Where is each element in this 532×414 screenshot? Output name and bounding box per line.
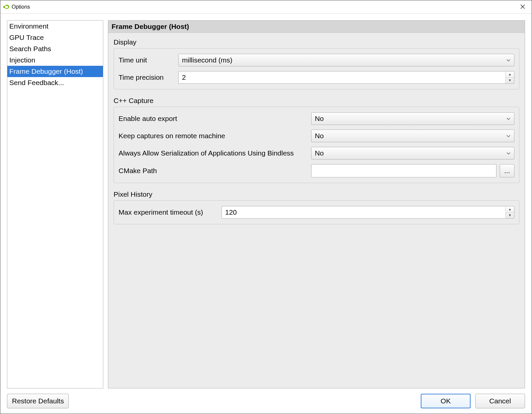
combo-time-unit-value: millisecond (ms) [182, 56, 503, 64]
group-display-box: Time unit millisecond (ms) Time precisio… [114, 48, 519, 89]
group-display: Display Time unit millisecond (ms) [114, 38, 519, 89]
content-area: Environment GPU Trace Search Paths Injec… [0, 14, 532, 414]
panel-body: Display Time unit millisecond (ms) [108, 33, 525, 224]
row-time-unit: Time unit millisecond (ms) [119, 54, 514, 66]
spin-time-precision-value: 2 [179, 71, 505, 83]
spin-timeout-btns: ▲ ▼ [505, 206, 514, 218]
label-bindless: Always Allow Serialization of Applicatio… [119, 149, 308, 157]
sidebar-item-gpu-trace[interactable]: GPU Trace [7, 32, 103, 43]
window-title: Options [12, 4, 30, 10]
label-auto-export: Enable auto export [119, 115, 308, 123]
spin-up-button[interactable]: ▲ [506, 71, 514, 77]
ok-button[interactable]: OK [421, 394, 471, 408]
right-buttons: OK Cancel [421, 394, 525, 408]
panel-title: Frame Debugger (Host) [108, 21, 525, 33]
sidebar: Environment GPU Trace Search Paths Injec… [7, 20, 103, 388]
chevron-down-icon [506, 132, 511, 140]
row-bindless: Always Allow Serialization of Applicatio… [119, 147, 514, 159]
combo-time-unit[interactable]: millisecond (ms) [178, 54, 514, 66]
app-icon [3, 5, 10, 9]
label-timeout: Max experiment timeout (s) [119, 208, 218, 216]
chevron-down-icon [506, 115, 511, 123]
spin-down-button[interactable]: ▼ [506, 77, 514, 84]
titlebar: Options [0, 0, 532, 14]
sidebar-item-frame-debugger[interactable]: Frame Debugger (Host) [7, 66, 103, 77]
combo-bindless-value: No [315, 149, 503, 157]
label-time-unit: Time unit [119, 56, 175, 64]
combo-auto-export[interactable]: No [311, 112, 514, 125]
label-time-precision: Time precision [119, 73, 175, 81]
browse-cmake-button[interactable]: ... [500, 164, 514, 177]
row-time-precision: Time precision 2 ▲ ▼ [119, 71, 514, 84]
group-cpp-title: C++ Capture [114, 97, 519, 105]
row-auto-export: Enable auto export No [119, 112, 514, 125]
label-keep-captures: Keep captures on remote machine [119, 132, 308, 140]
sidebar-item-search-paths[interactable]: Search Paths [7, 43, 103, 54]
group-pixel-box: Max experiment timeout (s) 120 ▲ ▼ [114, 200, 519, 224]
cancel-button[interactable]: Cancel [475, 394, 525, 408]
group-cpp: C++ Capture Enable auto export No Keep [114, 97, 519, 183]
group-cpp-box: Enable auto export No Keep captures on r… [114, 107, 519, 183]
input-cmake-path[interactable] [311, 164, 496, 177]
sidebar-item-send-feedback[interactable]: Send Feedback... [7, 77, 103, 88]
bottom-button-row: Restore Defaults OK Cancel [7, 392, 525, 408]
settings-panel: Frame Debugger (Host) Display Time unit … [108, 20, 525, 388]
group-pixel-title: Pixel History [114, 190, 519, 198]
label-cmake-path: CMake Path [119, 167, 308, 175]
titlebar-left: Options [3, 4, 30, 10]
svg-rect-0 [3, 6, 5, 8]
row-timeout: Max experiment timeout (s) 120 ▲ ▼ [119, 206, 514, 219]
spin-time-precision-btns: ▲ ▼ [505, 71, 514, 83]
row-keep-captures: Keep captures on remote machine No [119, 130, 514, 142]
spin-time-precision[interactable]: 2 ▲ ▼ [178, 71, 514, 84]
spin-down-button[interactable]: ▼ [506, 212, 514, 219]
row-cmake-path: CMake Path ... [119, 164, 514, 177]
spin-timeout[interactable]: 120 ▲ ▼ [222, 206, 514, 219]
combo-keep-captures[interactable]: No [311, 130, 514, 142]
chevron-down-icon [506, 149, 511, 157]
combo-keep-captures-value: No [315, 132, 503, 140]
group-pixel: Pixel History Max experiment timeout (s)… [114, 190, 519, 224]
close-icon[interactable] [518, 2, 528, 12]
combo-auto-export-value: No [315, 115, 503, 123]
spin-timeout-value: 120 [222, 206, 505, 218]
main-row: Environment GPU Trace Search Paths Injec… [7, 20, 525, 388]
group-display-title: Display [114, 38, 519, 46]
chevron-down-icon [506, 56, 511, 64]
spin-up-button[interactable]: ▲ [506, 206, 514, 212]
options-window: Options Environment GPU Trace Search Pat… [0, 0, 532, 414]
sidebar-item-injection[interactable]: Injection [7, 54, 103, 66]
combo-bindless[interactable]: No [311, 147, 514, 159]
sidebar-item-environment[interactable]: Environment [7, 21, 103, 32]
restore-defaults-button[interactable]: Restore Defaults [7, 394, 69, 408]
